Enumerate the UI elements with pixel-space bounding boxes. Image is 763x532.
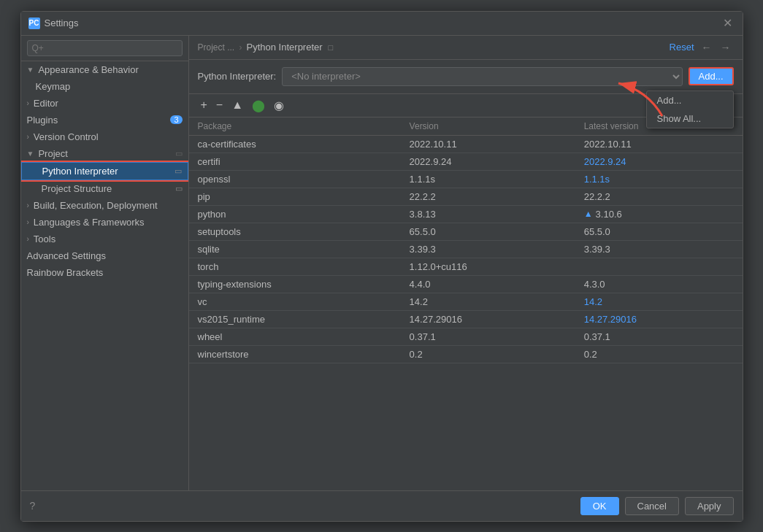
table-row: certifi2022.9.242022.9.24 (189, 153, 743, 170)
sidebar-item-plugins[interactable]: Plugins 3 (21, 112, 188, 128)
cell-latest-version: 4.3.0 (575, 275, 743, 293)
table-row: python3.8.13▲3.10.6 (189, 205, 743, 223)
cell-version: 14.2 (401, 293, 575, 310)
cell-version: 3.39.3 (401, 240, 575, 258)
cell-latest-version: 2022.9.24 (575, 153, 743, 170)
help-icon[interactable]: ? (30, 500, 36, 512)
reset-button[interactable]: Reset (670, 42, 694, 53)
toolbar-remove-button[interactable]: − (213, 97, 226, 113)
dropdown-show-all-item[interactable]: Show All... (647, 109, 733, 128)
python-interpreter-icon: ▭ (175, 166, 182, 176)
table-row: openssl1.1.1s1.1.1s (189, 170, 743, 188)
cell-latest-version: 0.37.1 (575, 328, 743, 345)
cell-version: 1.1.1s (401, 170, 575, 188)
breadcrumb-separator: › (239, 42, 242, 53)
expand-arrow-tools: › (27, 235, 29, 243)
nav-buttons: ← → (699, 42, 734, 53)
expand-arrow-languages: › (27, 218, 29, 226)
cell-package: torch (189, 258, 401, 275)
sidebar-label-project-structure: Project Structure (42, 183, 112, 194)
breadcrumb-current: Python Interpreter (247, 42, 323, 53)
cell-latest-version: ▲3.10.6 (575, 205, 743, 223)
cell-version: 14.27.29016 (401, 310, 575, 328)
title-bar-left: PC Settings (28, 18, 79, 29)
sidebar-item-tools[interactable]: › Tools (21, 231, 188, 247)
cell-latest-version: 65.5.0 (575, 223, 743, 240)
apply-button[interactable]: Apply (685, 497, 734, 515)
cancel-button[interactable]: Cancel (625, 497, 679, 515)
col-package: Package (189, 117, 401, 136)
cell-latest-version (575, 258, 743, 275)
sidebar-item-build[interactable]: › Build, Execution, Deployment (21, 197, 188, 214)
cell-version: 65.5.0 (401, 223, 575, 240)
sidebar-label-advanced-settings: Advanced Settings (27, 250, 106, 261)
project-icon: ▭ (175, 149, 183, 158)
main-content: Project ... › Python Interpreter □ Reset… (189, 36, 743, 490)
cell-version: 22.2.2 (401, 188, 575, 205)
dialog-title: Settings (45, 18, 79, 28)
add-button[interactable]: Add... (689, 67, 734, 85)
sidebar-label-project: Project (38, 148, 67, 159)
cell-version: 0.37.1 (401, 328, 575, 345)
sidebar-item-advanced-settings[interactable]: Advanced Settings (21, 247, 188, 264)
title-bar: PC Settings ✕ (21, 12, 743, 36)
table-row: vc14.214.2 (189, 293, 743, 310)
table-row: vs2015_runtime14.27.2901614.27.29016 (189, 310, 743, 328)
cell-version: 1.12.0+cu116 (401, 258, 575, 275)
toolbar-paths-button[interactable]: ◉ (271, 97, 287, 114)
table-row: typing-extensions4.4.04.3.0 (189, 275, 743, 293)
interpreter-label: Python Interpreter: (198, 71, 277, 82)
cell-latest-version: 22.2.2 (575, 188, 743, 205)
col-version: Version (401, 117, 575, 136)
cell-version: 2022.10.11 (401, 135, 575, 153)
sidebar-label-keymap: Keymap (36, 81, 71, 92)
sidebar-label-python-interpreter: Python Interpreter (42, 166, 118, 177)
cell-package: setuptools (189, 223, 401, 240)
table-row: ca-certificates2022.10.112022.10.11 (189, 135, 743, 153)
table-row: pip22.2.222.2.2 (189, 188, 743, 205)
cell-package: pip (189, 188, 401, 205)
breadcrumb-page-icon: □ (329, 43, 334, 52)
toolbar-moveup-button[interactable]: ▲ (229, 97, 246, 113)
cell-package: ca-certificates (189, 135, 401, 153)
sidebar-label-plugins: Plugins (27, 115, 58, 126)
expand-arrow-build: › (27, 201, 29, 209)
search-box (21, 36, 188, 61)
sidebar-item-project-structure[interactable]: Project Structure ▭ (21, 180, 188, 197)
nav-forward-button[interactable]: → (718, 42, 734, 53)
cell-latest-version: 0.2 (575, 345, 743, 363)
sidebar-item-languages[interactable]: › Languages & Frameworks (21, 214, 188, 231)
sidebar-label-rainbow-brackets: Rainbow Brackets (27, 267, 104, 278)
sidebar-item-appearance[interactable]: ▼ Appearance & Behavior (21, 61, 188, 78)
table-row: wheel0.37.10.37.1 (189, 328, 743, 345)
sidebar-label-appearance: Appearance & Behavior (38, 64, 138, 75)
cell-package: typing-extensions (189, 275, 401, 293)
cell-package: vc (189, 293, 401, 310)
cell-package: wincertstore (189, 345, 401, 363)
search-input[interactable] (27, 40, 183, 56)
ok-button[interactable]: OK (580, 497, 619, 515)
close-button[interactable]: ✕ (720, 16, 735, 31)
interpreter-select[interactable]: <No interpreter> (282, 67, 682, 86)
sidebar-item-keymap[interactable]: Keymap (21, 78, 188, 95)
table-row: torch1.12.0+cu116 (189, 258, 743, 275)
sidebar-item-editor[interactable]: › Editor (21, 95, 188, 112)
nav-back-button[interactable]: ← (699, 42, 715, 53)
upgrade-arrow-icon: ▲ (584, 209, 593, 219)
app-icon: PC (28, 18, 40, 29)
sidebar-item-python-interpreter[interactable]: Python Interpreter ▭ (21, 162, 188, 180)
cell-package: python (189, 205, 401, 223)
toolbar-refresh-button[interactable]: ⬤ (249, 97, 268, 114)
expand-arrow-vc: › (27, 133, 29, 141)
main-header: Project ... › Python Interpreter □ Reset… (189, 36, 743, 60)
sidebar-item-version-control[interactable]: › Version Control (21, 128, 188, 145)
sidebar-item-rainbow-brackets[interactable]: Rainbow Brackets (21, 264, 188, 281)
cell-package: wheel (189, 328, 401, 345)
sidebar-item-project[interactable]: ▼ Project ▭ (21, 145, 188, 162)
toolbar-add-button[interactable]: + (198, 97, 210, 113)
dropdown-add-item[interactable]: Add... (647, 91, 733, 109)
cell-version: 4.4.0 (401, 275, 575, 293)
dropdown-menu: Add... Show All... (646, 90, 734, 128)
dialog-body: ▼ Appearance & Behavior Keymap › Editor … (21, 36, 743, 490)
packages-table[interactable]: Package Version Latest version ca-certif… (189, 117, 743, 490)
